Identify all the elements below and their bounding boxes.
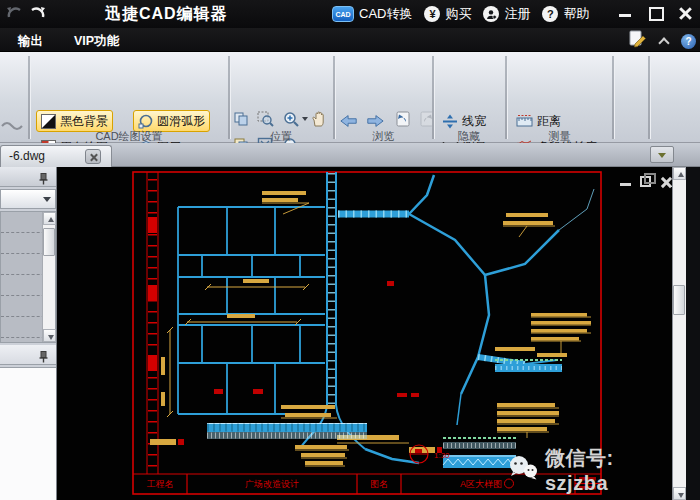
scroll-up-icon[interactable] [673, 167, 686, 180]
group-separator [28, 56, 30, 139]
back-view-icon[interactable] [394, 110, 412, 128]
window-controls [618, 6, 692, 20]
chevron-down-icon [43, 197, 51, 202]
group-separator [505, 56, 507, 139]
titleblock-project-label: 工程名 [147, 479, 174, 489]
copy-view-icon[interactable] [232, 110, 250, 128]
document-tab-close-icon[interactable] [85, 149, 101, 164]
linetype-list[interactable] [0, 211, 56, 343]
line-width-icon [442, 114, 458, 129]
app-title: 迅捷CAD编辑器 [105, 4, 228, 25]
document-tab-label: -6.dwg [9, 149, 45, 163]
titleblock-drawing-name: A区大样图 [460, 479, 502, 489]
previous-view-icon[interactable] [340, 112, 358, 130]
document-tabstrip: -6.dwg [0, 143, 700, 167]
group-separator [648, 56, 650, 139]
main-area: 1:30 工程名 广场改造设计 图名 A区大样图 [0, 167, 700, 500]
list-scrollbar[interactable] [42, 212, 55, 342]
minimize-button[interactable] [618, 6, 632, 20]
scroll-up-icon[interactable] [43, 212, 56, 225]
detail-scale-label: 1:30 [434, 451, 450, 460]
pin-icon[interactable] [39, 349, 48, 367]
menubar-right: ? [627, 30, 696, 52]
tab-output[interactable]: 输出 [12, 31, 49, 52]
scroll-down-icon[interactable] [43, 329, 56, 342]
scroll-down-icon[interactable] [673, 487, 686, 500]
panel-header-bottom[interactable] [0, 345, 56, 365]
mdi-window-controls [620, 175, 672, 188]
group-separator [432, 56, 434, 139]
drawing-canvas[interactable]: 1:30 工程名 广场改造设计 图名 A区大样图 [57, 167, 672, 500]
cad-convert-button[interactable]: CAD CAD转换 [328, 3, 416, 25]
group-separator [228, 56, 230, 139]
zoom-in-icon[interactable] [282, 110, 300, 128]
menubar: 输出 VIP功能 ? [0, 28, 700, 52]
maximize-button[interactable] [648, 6, 662, 20]
canvas-scrollbar[interactable] [672, 167, 686, 500]
watermark-text: 微信号: szjzba [545, 445, 672, 495]
mdi-restore-icon[interactable] [640, 176, 651, 187]
properties-panel [0, 367, 56, 500]
group-separator [333, 56, 335, 139]
quick-access-toolbar [6, 4, 46, 21]
register-button[interactable]: 注册 [479, 3, 534, 25]
help-circle-icon[interactable]: ? [681, 34, 696, 49]
smooth-arc-icon [138, 114, 153, 129]
titleblock-project-name: 广场改造设计 [245, 479, 299, 489]
next-view-icon[interactable] [366, 112, 384, 130]
left-panel [0, 167, 57, 500]
titlebar-actions: CAD CAD转换 ¥ 购买 注册 ? 帮助 [328, 3, 593, 25]
window-edge [686, 167, 700, 500]
tab-list-dropdown[interactable] [650, 146, 674, 163]
group-label-hide: 隐藏 [434, 129, 504, 144]
watermark: 微信号: szjzba [507, 445, 672, 495]
mdi-minimize-icon[interactable] [620, 175, 631, 188]
pin-icon[interactable] [39, 171, 48, 189]
group-label-browse: 浏览 [335, 129, 432, 144]
user-icon [483, 6, 499, 22]
layer-select-dropdown[interactable] [0, 189, 56, 209]
panel-header-top[interactable] [0, 167, 56, 187]
pan-hand-icon[interactable] [310, 110, 328, 128]
scroll-thumb[interactable] [673, 285, 685, 315]
mdi-close-icon[interactable] [660, 176, 672, 188]
titlebar: 迅捷CAD编辑器 CAD CAD转换 ¥ 购买 注册 ? 帮助 [0, 0, 700, 28]
zoom-window-icon[interactable] [256, 110, 274, 128]
group-label-measure: 测量 [507, 129, 612, 144]
titleblock-name-label: 图名 [370, 479, 388, 489]
app-window: 迅捷CAD编辑器 CAD CAD转换 ¥ 购买 注册 ? 帮助 [0, 0, 700, 500]
scroll-thumb[interactable] [43, 228, 55, 256]
group-label-draw-settings: CAD绘图设置 [30, 129, 228, 144]
wechat-icon [507, 455, 539, 486]
group-label-position: 位置 [230, 129, 332, 144]
yen-icon: ¥ [424, 6, 440, 22]
ribbon: 黑色背景 圆滑弧形 黑白绘图 图层 背景色 结构 CAD绘图设置 35° [0, 52, 700, 143]
question-icon: ? [542, 6, 558, 22]
collapse-ribbon-icon[interactable] [659, 38, 669, 44]
tab-vip[interactable]: VIP功能 [68, 31, 125, 52]
buy-button[interactable]: ¥ 购买 [420, 3, 475, 25]
zoom-in-dropdown[interactable] [302, 117, 308, 121]
group-separator [612, 56, 614, 139]
close-button[interactable] [678, 6, 692, 20]
distance-icon [516, 114, 533, 128]
style-edit-icon[interactable] [627, 30, 647, 52]
redo-icon[interactable] [29, 4, 46, 21]
undo-icon[interactable] [6, 4, 23, 21]
black-background-icon [41, 114, 56, 129]
help-button[interactable]: ? 帮助 [538, 3, 593, 25]
document-tab[interactable]: -6.dwg [0, 145, 112, 167]
cad-convert-icon: CAD [332, 6, 354, 22]
